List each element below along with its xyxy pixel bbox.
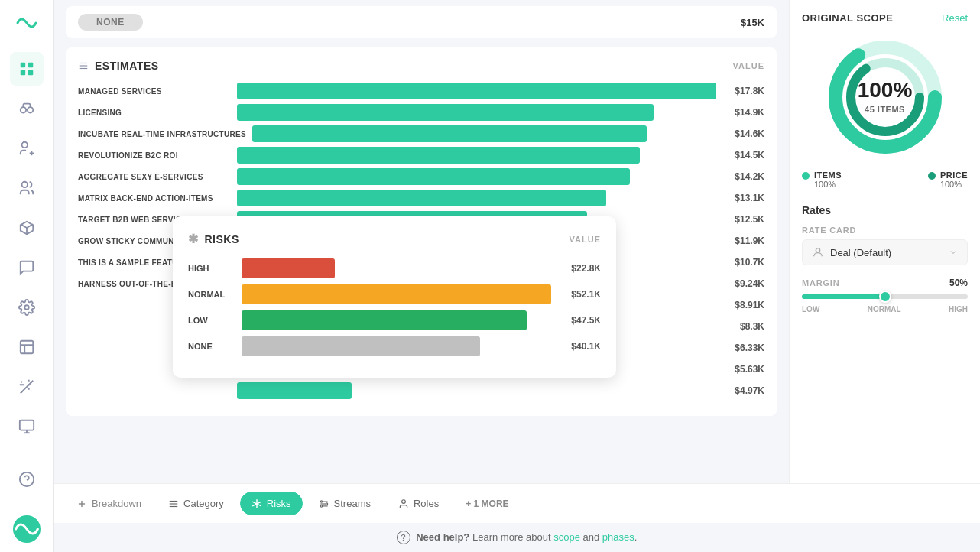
sidebar-logo[interactable]	[13, 9, 41, 37]
bar-fill	[237, 190, 606, 206]
footer-help: ? Need help? Learn more about scope and …	[54, 523, 980, 552]
margin-label: MARGIN	[802, 278, 839, 287]
reset-link[interactable]: Reset	[942, 12, 968, 24]
margin-slider[interactable]	[802, 294, 968, 299]
sidebar-item-building[interactable]	[10, 330, 44, 364]
learn-text: Learn more about	[472, 531, 551, 543]
bar-value: $8.3K	[722, 321, 764, 332]
right-panel-title: ORIGINAL SCOPE	[802, 12, 893, 24]
svg-point-7	[21, 142, 27, 148]
risk-bar-row: LOW$47.5K	[188, 310, 601, 330]
rate-card-label: RATE CARD	[802, 226, 968, 235]
bar-fill	[237, 168, 630, 185]
risk-bar-fill-none	[242, 336, 480, 356]
legend-dot-items	[802, 172, 810, 180]
bar-value: $14.5K	[722, 150, 764, 161]
user-avatar[interactable]	[13, 515, 41, 543]
tab-risks[interactable]: Risks	[240, 492, 303, 515]
content-area: NONE $15K ESTIMATES VALUE MANAGED SERVIC…	[54, 0, 980, 483]
bar-fill	[237, 147, 640, 164]
bar-value: $10.7K	[722, 257, 764, 268]
bar-value: $13.1K	[722, 193, 764, 203]
bar-container	[237, 147, 716, 164]
risk-bar-row: HIGH$22.8K	[188, 258, 601, 278]
sidebar	[0, 0, 54, 552]
bar-value: $11.9K	[722, 235, 764, 246]
donut-center: 100% 45 ITEMS	[858, 79, 913, 116]
risk-bar-container	[242, 310, 551, 330]
legend-text-items: ITEMS 100%	[814, 170, 842, 189]
svg-rect-11	[20, 341, 33, 354]
margin-value: 50%	[949, 278, 968, 288]
sidebar-item-user-money[interactable]	[10, 132, 44, 165]
risk-bar-label: LOW	[188, 316, 234, 325]
risk-bar-row: NORMAL$52.1K	[188, 284, 601, 304]
plus-icon	[76, 498, 87, 509]
bar-label: LICENSING	[78, 109, 231, 117]
bar-value: $14.6K	[722, 128, 764, 139]
estimate-bar-row: AGGREGATE SEXY E-SERVICES$14.2K	[78, 168, 764, 185]
risks-title: ✱ RISKS	[188, 232, 239, 246]
tab-roles[interactable]: Roles	[387, 492, 450, 515]
svg-rect-3	[28, 70, 32, 75]
bar-container	[237, 104, 716, 121]
bar-value: $14.2K	[722, 171, 764, 182]
bar-value: $5.63K	[722, 364, 764, 375]
legend-text-price: PRICE 100%	[940, 170, 968, 189]
risk-bar-label: NONE	[188, 342, 234, 351]
estimate-bar-row: MANAGED SERVICES$17.8K	[78, 83, 764, 99]
phases-link[interactable]: phases	[602, 531, 634, 543]
main-content: NONE $15K ESTIMATES VALUE MANAGED SERVIC…	[54, 0, 980, 552]
sidebar-item-display[interactable]	[10, 410, 44, 443]
bar-container	[237, 190, 716, 206]
slider-labels: LOW NORMAL HIGH	[802, 305, 968, 313]
svg-point-40	[402, 499, 406, 503]
bar-fill	[237, 83, 716, 99]
rate-card-inner: Deal (Default)	[812, 246, 891, 258]
bar-label: MATRIX BACK-END ACTION-ITEMS	[78, 194, 231, 203]
tab-more[interactable]: + 1 MORE	[455, 493, 519, 515]
estimate-bar-row: REVOLUTIONIZE B2C ROI$14.5K	[78, 147, 764, 164]
scope-link[interactable]: scope	[553, 531, 580, 543]
donut-legend: ITEMS 100% PRICE 100%	[802, 170, 968, 189]
slider-thumb[interactable]	[879, 291, 891, 303]
svg-point-8	[21, 182, 27, 187]
sidebar-item-settings[interactable]	[10, 291, 44, 324]
legend-dot-price	[928, 172, 936, 180]
bar-value: $12.5K	[722, 214, 764, 225]
top-price: $15K	[741, 17, 764, 28]
sidebar-item-apps[interactable]	[10, 52, 44, 86]
bottom-tabs: Breakdown Category Risks Streams	[54, 483, 980, 523]
sidebar-item-chat[interactable]	[10, 251, 44, 284]
risk-bar-label: NORMAL	[188, 290, 234, 299]
chevron-down-icon	[949, 248, 958, 257]
help-circle-icon: ?	[397, 531, 410, 544]
sidebar-item-help[interactable]	[10, 463, 44, 496]
bar-value: $14.9K	[722, 107, 764, 118]
risk-bar-fill-normal	[242, 284, 551, 304]
bar-container	[237, 83, 716, 99]
risk-bar-value: $52.1K	[559, 289, 601, 300]
svg-point-38	[326, 502, 327, 504]
slider-track	[802, 294, 968, 299]
margin-header: MARGIN 50%	[802, 278, 968, 288]
bar-fill	[252, 125, 647, 142]
tab-category[interactable]: Category	[157, 492, 235, 515]
list-icon	[168, 498, 179, 509]
top-bar: NONE $15K	[66, 6, 777, 38]
bar-value: $17.8K	[722, 86, 764, 96]
svg-rect-13	[19, 420, 33, 430]
risk-bar-fill-high	[242, 258, 335, 278]
rate-card-select[interactable]: Deal (Default)	[802, 239, 968, 265]
svg-point-4	[20, 107, 25, 112]
sidebar-item-cube[interactable]	[10, 211, 44, 245]
sidebar-item-binoculars[interactable]	[10, 92, 44, 125]
risk-bar-value: $47.5K	[559, 315, 601, 326]
tab-streams[interactable]: Streams	[307, 492, 382, 515]
sidebar-item-wand[interactable]	[10, 370, 44, 404]
risks-bars: HIGH$22.8KNORMAL$52.1KLOW$47.5KNONE$40.1…	[188, 258, 601, 356]
sidebar-item-users[interactable]	[10, 171, 44, 205]
bar-value: $4.97K	[722, 385, 764, 396]
bar-value: $8.91K	[722, 300, 764, 310]
tab-add-breakdown[interactable]: Breakdown	[66, 492, 152, 515]
